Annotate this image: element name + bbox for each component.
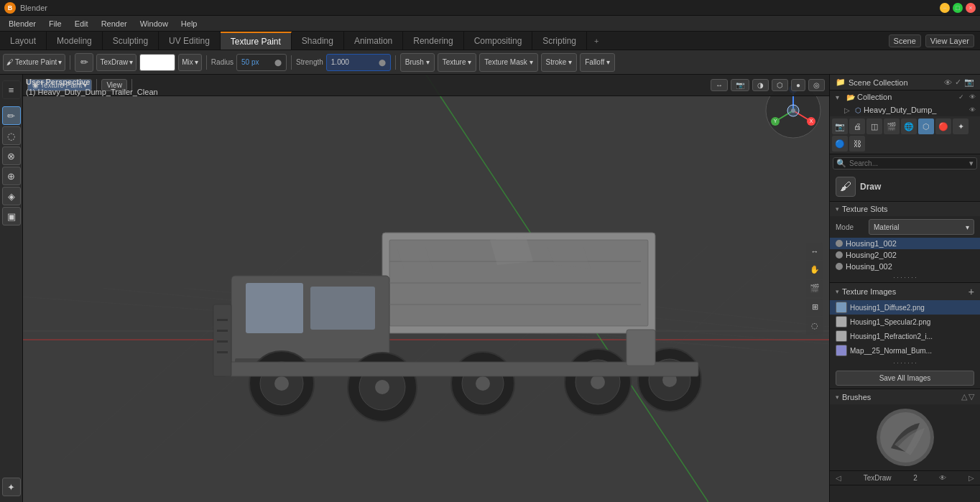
mode-dropdown[interactable]: Material ▾	[869, 219, 974, 235]
tab-uv-editing[interactable]: UV Editing	[159, 32, 221, 50]
brushes-scroll-up[interactable]: △	[961, 392, 967, 401]
clone-tool-button[interactable]: ⊕	[2, 167, 21, 185]
brush-expand-icon[interactable]: ▷	[969, 474, 974, 482]
lt-header-icon[interactable]: ≡	[2, 80, 21, 99]
vp-camera-icon[interactable]: 📷	[731, 79, 749, 91]
color-swatch[interactable]	[139, 54, 175, 71]
menu-help[interactable]: Help	[175, 18, 203, 29]
texture-slot-2[interactable]: Housing_002	[830, 261, 980, 272]
zoom-button[interactable]: ◌	[806, 317, 823, 335]
tex-image-1[interactable]: Housing1_Specular2.png	[830, 315, 980, 329]
props-output-icon[interactable]: 🖨	[849, 118, 865, 134]
texture-slots-header[interactable]: ▾ Texture Slots	[830, 202, 980, 216]
props-object-data-icon[interactable]: ⬡	[918, 118, 934, 134]
orbit-button[interactable]: ✋	[806, 261, 823, 279]
props-material-icon[interactable]: 🔴	[935, 118, 951, 134]
menu-window[interactable]: Window	[134, 18, 174, 29]
minimize-button[interactable]: −	[940, 3, 950, 13]
view-layer-dropdown[interactable]: View Layer	[925, 34, 974, 47]
grid-button[interactable]: ⊞	[806, 299, 823, 316]
tex-image-0[interactable]: Housing1_Diffuse2.png	[830, 300, 980, 315]
tab-shading[interactable]: Shading	[292, 32, 344, 50]
tab-animation[interactable]: Animation	[344, 32, 403, 50]
vp-material-icon[interactable]: ◎	[808, 79, 825, 91]
tex-image-2[interactable]: Housing1_Refraction2_i...	[830, 329, 980, 343]
props-constraints-icon[interactable]: ⛓	[849, 136, 865, 152]
brush-vis-icon[interactable]: 👁	[939, 474, 946, 482]
properties-toolbar: 📷 🖨 ◫ 🎬 🌐 ⬡ 🔴 ✦ 🔵 ⛓	[830, 116, 980, 154]
menu-edit[interactable]: Edit	[69, 18, 94, 29]
brush-name-dropdown[interactable]: TexDraw ▾	[96, 54, 137, 71]
smear-tool-button[interactable]: ⊗	[2, 147, 21, 165]
soften-tool-button[interactable]: ◌	[2, 126, 21, 145]
scene-coll-render-icon[interactable]: 📷	[964, 78, 974, 87]
vp-render-icon[interactable]: ●	[791, 79, 805, 91]
search-input[interactable]	[848, 158, 968, 169]
obj-vis-icon[interactable]: 👁	[967, 105, 977, 115]
menu-file[interactable]: File	[43, 18, 68, 29]
collection-vis-icons: ✓ 👁	[956, 92, 977, 102]
brushes-scroll-down[interactable]: ▽	[969, 392, 974, 401]
falloff-button[interactable]: Falloff ▾	[580, 53, 615, 72]
props-particles-icon[interactable]: ✦	[953, 118, 969, 134]
vp-axis-icon[interactable]: ↔	[711, 79, 728, 91]
texture-mask-button[interactable]: Texture Mask ▾	[479, 53, 537, 72]
props-view-layer-icon[interactable]: ◫	[866, 118, 882, 134]
mask-tool-button[interactable]: ▣	[2, 207, 21, 226]
paint-mode-icon: 🖌	[6, 58, 14, 66]
props-scene-icon[interactable]: 🎬	[884, 118, 900, 134]
camera-button[interactable]: 🎬	[806, 280, 823, 297]
texture-button[interactable]: Texture ▾	[438, 53, 477, 72]
blend-mode-dropdown[interactable]: Mix ▾	[178, 54, 202, 71]
main-layout: ≡ ✏ ◌ ⊗ ⊕ ◈ ▣ ✦ ◉ Texture Paint ▾ View	[0, 75, 980, 502]
tab-compositing[interactable]: Compositing	[464, 32, 533, 50]
brush-preview[interactable]	[877, 409, 934, 466]
brushes-header[interactable]: ▾ Brushes △ ▽	[830, 389, 980, 404]
tab-rendering[interactable]: Rendering	[403, 32, 463, 50]
active-brush-icon[interactable]: ✏	[75, 53, 93, 72]
tab-texture-paint[interactable]: Texture Paint	[221, 32, 292, 50]
tab-layout[interactable]: Layout	[0, 32, 47, 50]
strength-input[interactable]: 1.000 ⬤	[326, 54, 391, 71]
tex-image-3[interactable]: Map__25_Normal_Bum...	[830, 343, 980, 358]
texture-slot-0[interactable]: Housing1_002	[830, 238, 980, 249]
add-workspace-button[interactable]: +	[587, 32, 606, 50]
coll-render-vis-icon[interactable]: 👁	[967, 92, 977, 102]
viewport[interactable]: ◉ Texture Paint ▾ View ↔ 📷 ◑ ⬡ ● ◎ User …	[23, 75, 829, 502]
search-clear-icon[interactable]: ▾	[969, 159, 974, 168]
annotate-tool-button[interactable]: ✦	[2, 478, 21, 496]
menu-blender[interactable]: Blender	[3, 18, 42, 29]
vp-overlay-icon[interactable]: ◑	[752, 79, 769, 91]
pan-button[interactable]: ↔	[806, 243, 823, 260]
draw-tool-button[interactable]: ✏	[2, 106, 21, 125]
viewport-object: (1) Heavy_Duty_Dump_Trailer_Clean	[26, 88, 158, 96]
strength-value: 1.000	[331, 58, 349, 66]
tab-modeling[interactable]: Modeling	[47, 32, 103, 50]
close-button[interactable]: ×	[966, 3, 976, 13]
tex-images-add-button[interactable]: +	[969, 286, 974, 297]
menu-render[interactable]: Render	[96, 18, 133, 29]
radius-input[interactable]: 50 px ⬤	[236, 54, 287, 71]
collection-row[interactable]: ▾ 📂 Collection ✓ 👁	[830, 90, 980, 103]
brush-settings-button[interactable]: Brush ▾	[400, 53, 435, 72]
tab-scripting[interactable]: Scripting	[532, 32, 587, 50]
svg-rect-40	[217, 340, 228, 343]
object-row[interactable]: ▷ ⬡ Heavy_Duty_Dump_ 👁	[830, 103, 980, 116]
vp-shading-icon[interactable]: ⬡	[772, 79, 788, 91]
paint-mode-dropdown[interactable]: 🖌 Texture Paint ▾	[3, 54, 65, 71]
scene-coll-select-icon[interactable]: ✓	[955, 78, 961, 87]
fill-tool-button[interactable]: ◈	[2, 187, 21, 205]
tex-images-header[interactable]: ▾ Texture Images +	[830, 283, 980, 300]
coll-vis-icon[interactable]: ✓	[956, 92, 966, 102]
scene-coll-vis-icon[interactable]: 👁	[944, 78, 952, 87]
props-physics-icon[interactable]: 🔵	[832, 136, 848, 152]
scene-dropdown[interactable]: Scene	[889, 34, 921, 47]
props-render-icon[interactable]: 📷	[832, 118, 848, 134]
save-all-button[interactable]: Save All Images	[836, 371, 974, 386]
svg-point-26	[375, 380, 389, 394]
maximize-button[interactable]: □	[953, 3, 963, 13]
props-world-icon[interactable]: 🌐	[901, 118, 917, 134]
texture-slot-1[interactable]: Housing2_002	[830, 249, 980, 261]
tab-sculpting[interactable]: Sculpting	[103, 32, 159, 50]
stroke-button[interactable]: Stroke ▾	[541, 53, 578, 72]
